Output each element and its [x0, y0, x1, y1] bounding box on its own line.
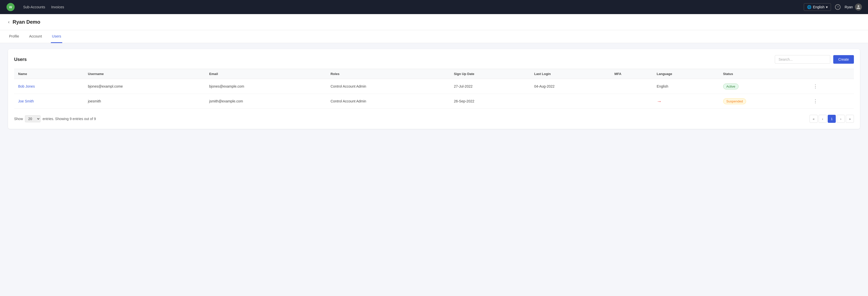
logo: W: [6, 2, 15, 11]
cell-status: Active: [719, 79, 807, 94]
col-roles: Roles: [327, 69, 450, 79]
pagination: « ‹ 1 › »: [810, 115, 854, 123]
cell-email: jsmith@example.com: [205, 94, 327, 109]
entries-per-page-select[interactable]: 20 10 50 100: [25, 115, 40, 122]
page-title: Ryan Demo: [12, 19, 40, 25]
col-language: Language: [653, 69, 719, 79]
language-label: English: [813, 5, 825, 9]
cell-username: joesmith: [84, 94, 205, 109]
back-button[interactable]: ‹: [8, 20, 9, 25]
cell-language-with-arrow: →: [653, 94, 719, 109]
cell-more: ⋮: [807, 79, 854, 94]
card-actions: Create: [775, 55, 854, 64]
row-more-button[interactable]: ⋮: [811, 97, 819, 105]
cell-more: ⋮: [807, 94, 854, 109]
col-username: Username: [84, 69, 205, 79]
users-card: Users Create Name Username Email Roles S…: [8, 49, 860, 129]
user-link-joe[interactable]: Joe Smith: [18, 99, 34, 103]
col-signup-date: Sign Up Date: [450, 69, 530, 79]
user-menu[interactable]: Ryan: [844, 3, 862, 10]
cell-name: Joe Smith: [14, 94, 84, 109]
pagination-prev[interactable]: ‹: [818, 115, 827, 123]
page-header: ‹ Ryan Demo: [0, 14, 868, 30]
entries-info: Show 20 10 50 100 entries. Showing 9 ent…: [14, 115, 96, 122]
chevron-down-icon: ▾: [826, 5, 828, 9]
cell-signup-date: 26-Sep-2022: [450, 94, 530, 109]
cell-language: English: [653, 79, 719, 94]
cell-mfa: [610, 94, 653, 109]
tab-account[interactable]: Account: [28, 30, 43, 43]
arrow-container: →: [657, 98, 715, 104]
cell-signup-date: 27-Jul-2022: [450, 79, 530, 94]
show-label: Show: [14, 117, 23, 121]
tabs-container: Profile Account Users: [0, 30, 868, 43]
users-title: Users: [14, 57, 27, 62]
col-status: Status: [719, 69, 807, 79]
cell-roles: Control Account Admin: [327, 79, 450, 94]
table-row: Bob Jones bjones@exampl.come bjones@exam…: [14, 79, 854, 94]
users-table: Name Username Email Roles Sign Up Date L…: [14, 69, 854, 109]
cell-roles: Control Account Admin: [327, 94, 450, 109]
col-name: Name: [14, 69, 84, 79]
cell-last-login: [530, 94, 611, 109]
main-header: W Sub-Accounts Invoices 🌐 English ▾ ? Ry…: [0, 0, 868, 14]
col-last-login: Last Login: [530, 69, 611, 79]
tab-users[interactable]: Users: [51, 30, 62, 43]
red-arrow-icon: →: [657, 98, 662, 104]
main-content: Users Create Name Username Email Roles S…: [0, 43, 868, 135]
table-row: Joe Smith joesmith jsmith@example.com Co…: [14, 94, 854, 109]
user-name: Ryan: [844, 5, 853, 9]
user-avatar: [855, 3, 862, 10]
user-link-bob[interactable]: Bob Jones: [18, 84, 35, 88]
wasabi-logo-icon: W: [6, 2, 15, 11]
search-input[interactable]: [775, 55, 830, 64]
cell-last-login: 04-Aug-2022: [530, 79, 611, 94]
nav-invoices[interactable]: Invoices: [51, 5, 64, 9]
main-nav: Sub-Accounts Invoices: [23, 5, 796, 9]
tab-profile[interactable]: Profile: [8, 30, 20, 43]
users-table-wrapper: Name Username Email Roles Sign Up Date L…: [14, 69, 854, 109]
cell-name: Bob Jones: [14, 79, 84, 94]
status-badge-suspended: Suspended: [723, 98, 746, 104]
col-actions: [807, 69, 854, 79]
col-mfa: MFA: [610, 69, 653, 79]
help-icon[interactable]: ?: [835, 4, 841, 10]
svg-text:W: W: [9, 5, 12, 9]
cell-email: bjones@example.com: [205, 79, 327, 94]
cell-status: Suspended: [719, 94, 807, 109]
globe-icon: 🌐: [807, 5, 811, 9]
card-header: Users Create: [14, 55, 854, 64]
pagination-last[interactable]: »: [846, 115, 854, 123]
entries-text: entries. Showing 9 entries out of 9: [42, 117, 96, 121]
row-more-button[interactable]: ⋮: [811, 83, 819, 90]
nav-sub-accounts[interactable]: Sub-Accounts: [23, 5, 45, 9]
table-footer: Show 20 10 50 100 entries. Showing 9 ent…: [14, 113, 854, 123]
status-badge-active: Active: [723, 84, 739, 89]
pagination-next[interactable]: ›: [837, 115, 845, 123]
language-selector[interactable]: 🌐 English ▾: [804, 3, 831, 11]
cell-mfa: [610, 79, 653, 94]
pagination-page-1[interactable]: 1: [828, 115, 836, 123]
table-header-row: Name Username Email Roles Sign Up Date L…: [14, 69, 854, 79]
pagination-first[interactable]: «: [810, 115, 817, 123]
col-email: Email: [205, 69, 327, 79]
create-button[interactable]: Create: [833, 55, 854, 64]
cell-username: bjones@exampl.come: [84, 79, 205, 94]
header-right: 🌐 English ▾ ? Ryan: [804, 3, 862, 11]
